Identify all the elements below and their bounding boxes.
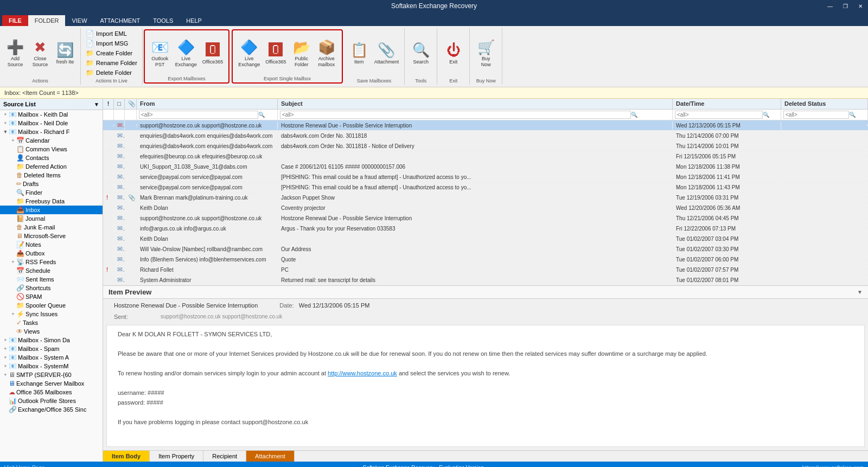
tree-item[interactable]: 📁Spooler Queue — [0, 301, 103, 310]
tab-attachment-preview[interactable]: Attachment — [246, 451, 295, 462]
buy-now-button[interactable]: 🛒 BuyNow — [474, 37, 498, 69]
tree-item[interactable]: 📁Freebusy Data — [0, 197, 103, 206]
tab-item-body[interactable]: Item Body — [103, 451, 150, 462]
tree-item[interactable]: 📝Notes — [0, 240, 103, 249]
col-header-attach[interactable]: 📎 — [125, 99, 137, 109]
archive-mailbox-button[interactable]: 📦 Archivemailbox — [315, 37, 339, 69]
tree-item[interactable]: +📧Mailbox - Keith Dal — [0, 110, 103, 119]
tab-tools[interactable]: TOOLS — [146, 15, 180, 26]
tree-item[interactable]: 🚫SPAM — [0, 292, 103, 301]
email-row[interactable]: ✉Info (Blenhem Services) info@blenhemser… — [103, 254, 868, 265]
filter-from-cell[interactable]: 🔍 — [137, 110, 278, 120]
col-header-from[interactable]: From — [137, 99, 278, 109]
tab-view[interactable]: VIEW — [65, 15, 93, 26]
tree-expander[interactable]: ▼ — [2, 129, 9, 135]
filter-date-cell[interactable]: 🔍 — [673, 110, 781, 120]
tab-folder[interactable]: FOLDER — [28, 15, 66, 26]
tree-item[interactable]: +⚡Sync Issues — [0, 310, 103, 318]
tree-item[interactable]: ☁Office 365 Mailboxes — [0, 388, 103, 396]
email-row[interactable]: ✉Keith DolanTue 01/02/2007 03:04 PM — [103, 234, 868, 244]
tree-expander[interactable]: + — [10, 138, 16, 143]
window-controls[interactable]: — ❐ ✕ — [822, 0, 868, 12]
search-button[interactable]: 🔍 Search — [409, 41, 433, 66]
email-row[interactable]: ✉System AdministratorReturned mail: see … — [103, 275, 868, 285]
col-header-read[interactable]: □ — [114, 99, 125, 109]
tree-item[interactable]: ▼📧Mailbox - Richard F — [0, 127, 103, 136]
create-folder-button[interactable]: 📁 Create Folder — [84, 49, 139, 57]
tree-item[interactable]: ✏Drafts — [0, 180, 103, 188]
import-eml-button[interactable]: 📄 Import EML — [84, 29, 139, 38]
item-preview-collapse-icon[interactable]: ▼ — [857, 289, 863, 295]
tree-item[interactable]: 👁Views — [0, 327, 103, 336]
tree-item[interactable]: +📧Mailbox - SystemM — [0, 362, 103, 370]
preview-link[interactable]: http://www.hostzone.co.uk — [328, 370, 397, 376]
tree-item[interactable]: 📤Outbox — [0, 249, 103, 258]
tree-expander[interactable]: + — [2, 355, 9, 360]
tree-item[interactable]: 📅Schedule — [0, 266, 103, 275]
tree-item[interactable]: 📁Deferred Action — [0, 162, 103, 171]
email-rows[interactable]: ✉support@hostzone.co.uk support@hostzone… — [103, 120, 868, 285]
tab-attachment[interactable]: ATTACHMENT — [94, 15, 147, 26]
filter-deleted-cell[interactable]: 🔍 — [781, 110, 868, 120]
email-row[interactable]: ✉enquiries@dabs4work.com enquiries@dabs4… — [103, 131, 868, 141]
tree-expander[interactable]: + — [2, 112, 9, 117]
rename-folder-button[interactable]: 📁 Rename Folder — [84, 59, 139, 67]
filter-deleted-input[interactable] — [783, 111, 849, 119]
tree-item[interactable]: +📧Mailbox - Simon Da — [0, 336, 103, 344]
filter-subject-input[interactable] — [280, 111, 631, 119]
email-row[interactable]: ✉Will Vale-Onslow [Nambec] rollband@namb… — [103, 244, 868, 254]
email-row[interactable]: ✉UKI_Support_31.038_Suave_31@dabs.comCas… — [103, 162, 868, 172]
col-header-date[interactable]: Date/Time — [673, 99, 781, 109]
tree-item[interactable]: +📅Calendar — [0, 136, 103, 145]
outlook-pst-button[interactable]: 📧 OutlookPST — [148, 37, 172, 69]
maximize-button[interactable]: ❐ — [838, 0, 853, 12]
tree-item[interactable]: 🔍Finder — [0, 188, 103, 197]
email-row[interactable]: ✉support@hostzone.co.uk support@hostzone… — [103, 120, 868, 131]
visit-home-page-link[interactable]: Visit Home Page — [4, 465, 44, 468]
email-row[interactable]: ✉support@hostzone.co.uk support@hostzone… — [103, 213, 868, 223]
item-button[interactable]: 📋 Item — [347, 41, 371, 66]
email-row[interactable]: ✉Keith DolanCoventry projectorWed 12/20/… — [103, 203, 868, 213]
tab-file[interactable]: FILE — [2, 15, 28, 26]
filter-date-input[interactable] — [675, 111, 763, 119]
minimize-button[interactable]: — — [822, 0, 838, 12]
tree-item[interactable]: +📧Mailbox - Spam — [0, 344, 103, 353]
email-row[interactable]: ✉service@paypal.com service@paypal.com[P… — [103, 172, 868, 182]
tree-expander[interactable]: + — [2, 372, 9, 378]
add-source-button[interactable]: ➕ AddSource — [3, 37, 27, 69]
tree-item[interactable]: 📥Inbox — [0, 206, 103, 214]
attachment-button[interactable]: 📎 Attachment — [372, 41, 401, 66]
live-exchange-export-button[interactable]: 🔷 LiveExchange — [173, 37, 199, 69]
live-exchange-single-button[interactable]: 🔷 LiveExchange — [236, 37, 262, 69]
col-header-deleted[interactable]: Deleted Status — [781, 99, 868, 109]
tree-item[interactable]: 🗑Junk E-mail — [0, 223, 103, 232]
tree-item[interactable]: 📨Sent Items — [0, 275, 103, 284]
tree-item[interactable]: 📊Outlook Profile Stores — [0, 396, 103, 405]
tree-expander[interactable]: + — [10, 259, 16, 265]
exit-button[interactable]: ⏻ Exit — [442, 41, 465, 66]
email-row[interactable]: ✉info@argus.co.uk info@argus.co.ukArgus … — [103, 223, 868, 234]
tree-item[interactable]: +📡RSS Feeds — [0, 258, 103, 266]
filter-subject-cell[interactable]: 🔍 — [278, 110, 673, 120]
tree-item[interactable]: +📧Mailbox - System A — [0, 353, 103, 362]
email-row[interactable]: !✉Richard FolletPCTue 01/02/2007 07:57 P… — [103, 265, 868, 275]
tab-help[interactable]: HELP — [180, 15, 208, 26]
close-button[interactable]: ✕ — [853, 0, 868, 12]
tab-recipient[interactable]: Recipient — [203, 451, 246, 462]
delete-folder-button[interactable]: 📁 Delete Folder — [84, 68, 139, 77]
tree-item[interactable]: 📋Common Views — [0, 145, 103, 153]
tree-item[interactable]: 🔗Shortcuts — [0, 284, 103, 292]
col-header-subject[interactable]: Subject — [278, 99, 673, 109]
email-row[interactable]: !✉📎Mark Brennan mark@platinum-training.c… — [103, 193, 868, 203]
email-row[interactable]: ✉efequiries@beurop.co.uk efequiries@beur… — [103, 151, 868, 162]
refresh-button[interactable]: 🔄 fresh Ite — [53, 41, 77, 66]
tree-item[interactable]: 🖥Microsoft-Serve — [0, 232, 103, 240]
office365-export-button[interactable]: 🅾 Office365 — [200, 41, 225, 66]
tree-item[interactable]: +🖥SMTP (SERVER-{60 — [0, 370, 103, 379]
filter-from-input[interactable] — [139, 111, 258, 119]
tree-item[interactable]: ✓Tasks — [0, 318, 103, 327]
tree-expander[interactable]: + — [2, 337, 9, 343]
public-folder-button[interactable]: 📂 PublicFolder — [290, 37, 314, 69]
tree-expander[interactable]: + — [10, 311, 16, 317]
tree-item[interactable]: 🗑Deleted Items — [0, 171, 103, 180]
